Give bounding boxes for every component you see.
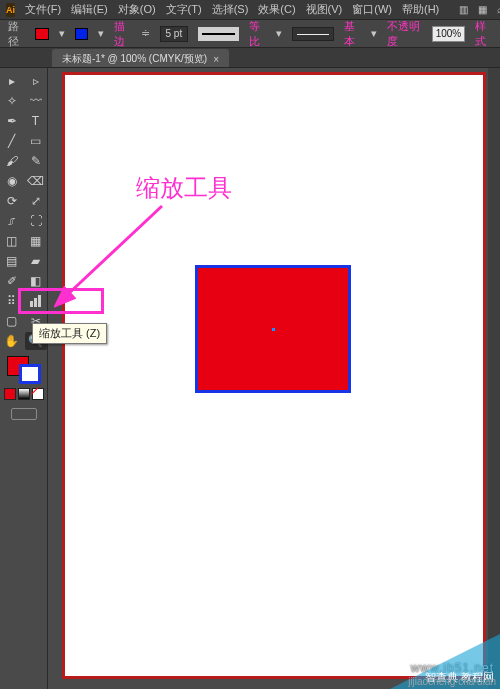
menu-select[interactable]: 选择(S) [212,2,249,17]
draw-normal-icon[interactable] [4,388,16,400]
brush-label[interactable]: 基本 [344,19,361,49]
svg-rect-2 [38,295,41,307]
line-segment-tool[interactable]: ╱ [1,132,23,150]
menu-bar: Ai 文件(F) 编辑(E) 对象(O) 文字(T) 选择(S) 效果(C) 视… [0,0,500,20]
app-logo-icon: Ai [6,3,15,17]
workspace-icon[interactable]: ▥ [459,3,468,17]
context-label: 路径 [8,19,25,49]
direct-selection-tool[interactable]: ▹ [25,72,47,90]
artboard-tool[interactable]: ▢ [1,312,23,330]
menu-file[interactable]: 文件(F) [25,2,61,17]
pencil-tool[interactable]: ✎ [25,152,47,170]
style-label[interactable]: 样式 [475,19,492,49]
menu-edit[interactable]: 编辑(E) [71,2,108,17]
svg-rect-0 [30,301,33,307]
fill-swatch[interactable] [35,28,48,40]
mesh-tool[interactable]: ▤ [1,252,23,270]
document-tab-label: 未标题-1* @ 100% (CMYK/预览) [62,52,207,66]
hand-tool[interactable]: ✋ [1,332,23,350]
menu-type[interactable]: 文字(T) [166,2,202,17]
lasso-tool[interactable]: 〰 [25,92,47,110]
svg-rect-1 [34,298,37,307]
perspective-grid-tool[interactable]: ▦ [25,232,47,250]
watermark-sub: jijiaocheng·cha·dian [408,676,496,687]
document-tab[interactable]: 未标题-1* @ 100% (CMYK/预览) × [52,49,229,67]
gradient-tool[interactable]: ▰ [25,252,47,270]
shape-builder-tool[interactable]: ◫ [1,232,23,250]
width-tool[interactable]: ⎎ [1,212,23,230]
pen-tool[interactable]: ✒ [1,112,23,130]
fill-stroke-control[interactable] [7,356,41,384]
artboard[interactable] [65,75,483,676]
document-tab-bar: 未标题-1* @ 100% (CMYK/预览) × [0,48,500,68]
type-tool[interactable]: T [25,112,47,130]
draw-none-icon[interactable] [32,388,44,400]
menu-view[interactable]: 视图(V) [306,2,343,17]
arrange-icon[interactable]: ▦ [478,3,487,17]
zoom-tool-tooltip: 缩放工具 (Z) [32,323,107,344]
menu-help[interactable]: 帮助(H) [402,2,439,17]
rectangle-tool[interactable]: ▭ [25,132,47,150]
vertical-scrollbar[interactable] [488,68,500,689]
close-icon[interactable]: × [213,54,219,65]
stroke-swatch[interactable] [75,28,88,40]
paintbrush-tool[interactable]: 🖌 [1,152,23,170]
canvas-area[interactable] [48,68,500,689]
brush-preview[interactable] [292,27,334,41]
selection-tool[interactable]: ▸ [1,72,23,90]
stroke-color-icon[interactable] [19,364,41,384]
rotate-tool[interactable]: ⟳ [1,192,23,210]
profile-label[interactable]: 等比 [249,19,266,49]
menu-effect[interactable]: 效果(C) [258,2,295,17]
magic-wand-tool[interactable]: ✧ [1,92,23,110]
eraser-tool[interactable]: ⌫ [25,172,47,190]
menu-object[interactable]: 对象(O) [118,2,156,17]
eyedropper-tool[interactable]: ✐ [1,272,23,290]
scale-tool[interactable]: ⤢ [25,192,47,210]
blob-brush-tool[interactable]: ◉ [1,172,23,190]
blend-tool[interactable]: ◧ [25,272,47,290]
rectangle-object[interactable] [195,265,351,393]
free-transform-tool[interactable]: ⛶ [25,212,47,230]
canvas-border [62,72,486,679]
draw-mode-buttons [0,388,47,400]
opacity-label[interactable]: 不透明度 [387,19,422,49]
column-graph-tool[interactable] [25,292,47,310]
draw-gradient-icon[interactable] [18,388,30,400]
stroke-weight-input[interactable]: 5 pt [160,26,187,42]
stroke-label[interactable]: 描边 [114,19,131,49]
options-bar: 路径 ▾ ▾ 描边 ≑ 5 pt 等比 ▾ 基本 ▾ 不透明度 100% 样式 [0,20,500,48]
symbol-sprayer-tool[interactable]: ⠿ [1,292,23,310]
stroke-profile-preview[interactable] [198,27,239,41]
menu-window[interactable]: 窗口(W) [352,2,392,17]
opacity-input[interactable]: 100% [432,26,464,42]
object-center-icon [272,328,275,331]
tools-panel: ▸ ▹ ✧ 〰 ✒ T ╱ ▭ 🖌 ✎ ◉ ⌫ ⟳ ⤢ ⎎ ⛶ ◫ ▦ ▤ ▰ … [0,68,48,689]
annotation-label: 缩放工具 [136,172,232,204]
screen-mode-button[interactable] [11,408,37,420]
